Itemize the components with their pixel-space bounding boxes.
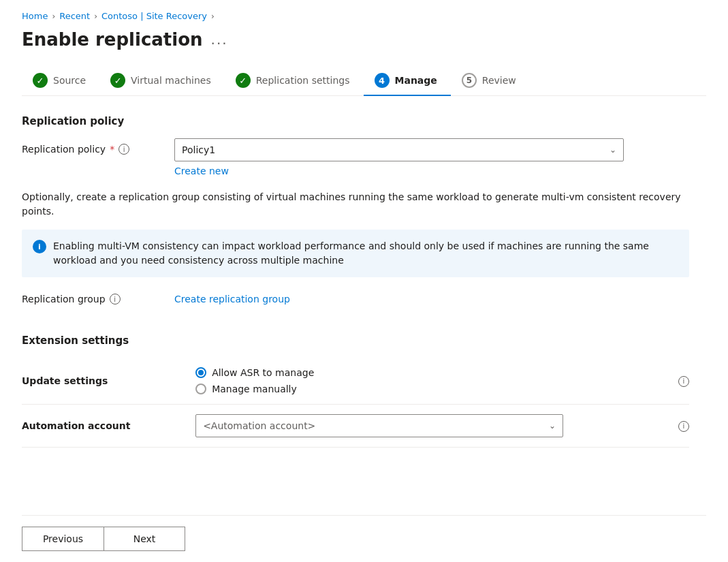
tab-manage[interactable]: 4 Manage	[364, 66, 451, 96]
update-settings-label: Update settings	[22, 358, 195, 405]
breadcrumb-sep-3: ›	[211, 12, 215, 21]
replication-policy-heading: Replication policy	[22, 115, 706, 127]
info-banner-text: Enabling multi-VM consistency can impact…	[53, 239, 678, 268]
replication-group-label: Replication group i	[22, 294, 158, 305]
tab-virtual-machines[interactable]: ✓ Virtual machines	[99, 66, 225, 96]
replication-group-row: Replication group i Create replication g…	[22, 294, 706, 315]
automation-dropdown-arrow-icon: ⌄	[549, 421, 556, 431]
create-new-link[interactable]: Create new	[174, 166, 229, 176]
tab-manage-label: Manage	[395, 75, 437, 86]
required-indicator: *	[110, 144, 114, 155]
previous-button[interactable]: Previous	[22, 527, 104, 551]
step-number-manage: 4	[379, 76, 385, 86]
step-number-review: 5	[466, 76, 472, 85]
radio-input-manage-manually[interactable]	[195, 384, 206, 394]
footer: Previous Next	[22, 515, 706, 562]
replication-group-label-text: Replication group	[22, 294, 106, 305]
tab-review-label: Review	[482, 75, 516, 86]
checkmark-icon-replication: ✓	[239, 76, 247, 86]
radio-dot-allow-asr	[198, 370, 204, 375]
radio-input-allow-asr[interactable]	[195, 367, 206, 378]
automation-account-info-icon[interactable]: i	[678, 421, 689, 432]
breadcrumb-home[interactable]: Home	[22, 11, 48, 21]
tab-source-label: Source	[53, 75, 86, 86]
tab-source[interactable]: ✓ Source	[22, 66, 99, 96]
update-settings-radio-group: Allow ASR to manage Manage manually	[195, 367, 665, 394]
radio-label-manage-manually: Manage manually	[212, 384, 297, 394]
replication-policy-info-icon[interactable]: i	[118, 144, 129, 155]
tab-replication-settings-label: Replication settings	[256, 75, 350, 86]
description-text: Optionally, create a replication group c…	[22, 190, 689, 219]
step-circle-manage: 4	[375, 73, 390, 88]
replication-policy-selected-value: Policy1	[182, 144, 215, 155]
update-settings-options: Allow ASR to manage Manage manually	[195, 358, 665, 405]
automation-account-control: <Automation account> ⌄	[195, 405, 665, 448]
page-title-menu-button[interactable]: ...	[211, 31, 228, 48]
page-title: Enable replication	[22, 29, 203, 50]
extension-settings-table: Update settings Allow ASR to manage Mana…	[22, 358, 689, 448]
step-circle-replication: ✓	[236, 73, 251, 88]
step-tabs: ✓ Source ✓ Virtual machines ✓ Replicatio…	[22, 66, 706, 96]
main-content: Replication policy Replication policy * …	[22, 115, 706, 515]
replication-policy-label: Replication policy * i	[22, 138, 158, 155]
create-replication-group-link[interactable]: Create replication group	[174, 294, 290, 305]
update-settings-row: Update settings Allow ASR to manage Mana…	[22, 358, 689, 405]
next-button[interactable]: Next	[104, 527, 185, 551]
radio-allow-asr[interactable]: Allow ASR to manage	[195, 367, 665, 378]
replication-policy-control: Policy1 ⌄ Create new	[174, 138, 706, 176]
tab-replication-settings[interactable]: ✓ Replication settings	[225, 66, 364, 96]
step-circle-vms: ✓	[110, 73, 125, 88]
replication-policy-label-text: Replication policy	[22, 144, 106, 155]
replication-policy-row: Replication policy * i Policy1 ⌄ Create …	[22, 138, 706, 176]
automation-account-row: Automation account <Automation account> …	[22, 405, 689, 448]
checkmark-icon-source: ✓	[37, 76, 44, 86]
breadcrumb-sep-2: ›	[94, 12, 97, 21]
extension-settings-heading: Extension settings	[22, 334, 706, 347]
dropdown-arrow-icon: ⌄	[610, 145, 616, 155]
radio-manage-manually[interactable]: Manage manually	[195, 384, 665, 394]
replication-group-info-icon[interactable]: i	[110, 294, 121, 305]
automation-account-dropdown[interactable]: <Automation account> ⌄	[195, 414, 563, 437]
replication-policy-dropdown[interactable]: Policy1 ⌄	[174, 138, 624, 161]
info-banner: i Enabling multi-VM consistency can impa…	[22, 230, 689, 277]
radio-label-allow-asr: Allow ASR to manage	[212, 367, 314, 378]
breadcrumb-recent[interactable]: Recent	[59, 11, 90, 21]
automation-account-placeholder: <Automation account>	[203, 420, 315, 431]
step-circle-source: ✓	[33, 73, 48, 88]
update-settings-info-icon[interactable]: i	[678, 376, 689, 387]
breadcrumb-sep-1: ›	[52, 12, 55, 21]
step-circle-review: 5	[462, 73, 477, 88]
info-banner-icon: i	[33, 240, 46, 253]
checkmark-icon-vms: ✓	[114, 76, 122, 86]
tab-virtual-machines-label: Virtual machines	[131, 75, 211, 86]
breadcrumb-current-service[interactable]: Contoso | Site Recovery	[101, 11, 207, 21]
automation-account-label: Automation account	[22, 405, 195, 448]
breadcrumb: Home › Recent › Contoso | Site Recovery …	[22, 11, 706, 21]
tab-review[interactable]: 5 Review	[451, 66, 530, 96]
